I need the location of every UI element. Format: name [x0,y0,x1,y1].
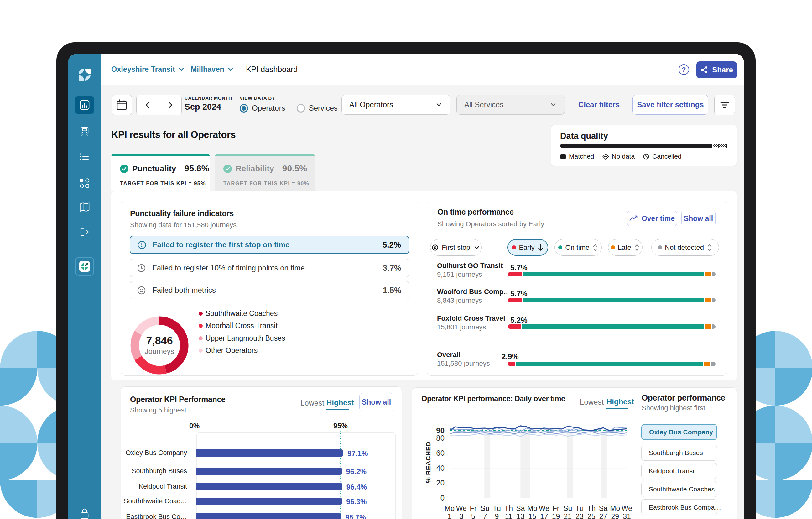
donut-legend-item: Souththwaite Coaches [199,309,278,318]
failure-row-1[interactable]: Failed to register 10% of timing points … [130,259,409,277]
pill-late[interactable]: Late [608,239,642,256]
chevron-down-icon [227,66,234,73]
y-tick-80: 80 [426,434,444,442]
sad-icon [137,286,146,295]
y-tick-0: 0 [426,494,444,502]
decoration-petal [0,331,37,368]
legend-no-data-label: No data [612,153,635,160]
data-quality-card: Data quality Matched No data C [551,125,737,166]
next-month-button[interactable] [159,95,181,115]
pill-early[interactable]: Early [508,239,548,256]
sidebar-item-companion-app[interactable] [75,257,94,276]
calendar-month-value: Sep 2024 [184,102,221,112]
legend-dot-icon [199,324,203,328]
legend-cancelled-label: Cancelled [652,153,682,160]
donut-legend-item: Other Operators [199,346,258,355]
sort-icon [634,244,640,252]
operator-name: Foxfold Cross Travel [437,315,505,323]
legend-label: Other Operators [205,346,258,355]
donut-center-value: 7,846 [128,334,191,347]
tab-active-strip [111,154,210,156]
filter-icon [719,100,730,110]
lock-icon [79,508,90,519]
sort-icon [707,244,713,252]
save-filter-settings-button[interactable]: Save filter settings [633,94,708,115]
failure-row-2[interactable]: Failed both metrics1.5% [130,281,409,299]
services-dropdown[interactable]: All Services [457,94,565,115]
data-quality-title: Data quality [560,131,608,141]
check-circle-icon [120,165,128,173]
sidebar-item-services[interactable] [68,151,101,162]
show-all-button[interactable]: Show all [682,211,716,226]
chevron-down-icon [473,244,481,251]
pill-on-time[interactable]: On time [554,239,602,256]
green-pinwheel-icon [81,263,88,270]
bar-segment-3 [713,272,716,276]
bar-segment-1 [523,298,704,302]
no-data-icon [602,153,609,160]
calendar-icon [115,99,128,112]
bar-value-label: 96.2% [346,468,367,476]
companion-app-tile [79,261,90,272]
calendar-button[interactable] [112,94,132,115]
section-title: KPI results for all Operators [111,129,236,140]
first-stop-icon [431,244,439,251]
tab-punctuality-label: Punctuality [132,164,176,174]
decoration-petal [775,331,812,368]
legend-dot-icon [199,311,203,316]
operator-journeys: 151,580 journeys [437,359,490,367]
radio-operators[interactable] [240,104,248,112]
failure-indicators-card: Punctuality failure indicators Showing d… [121,200,418,376]
stacked-bar [508,298,716,302]
metric-dot-icon [611,245,615,249]
pill-not-detected[interactable]: Not detected [651,239,719,256]
bar-segment-3 [712,362,716,366]
sidebar-item-map[interactable] [68,201,101,213]
pill-label: Not detected [665,244,704,252]
sidebar-item-lock[interactable] [68,508,101,519]
sidebar-item-categories[interactable] [68,177,101,189]
failure-row-value: 3.7% [383,263,401,273]
view-data-radios: Operators Services [240,104,338,112]
sidebar-item-vehicles[interactable] [68,126,101,137]
weekend-band [484,432,490,498]
bar-segment-2 [705,298,712,302]
pill-label: First stop [442,244,470,252]
sidebar-item-dashboard[interactable] [75,95,94,114]
tab-punctuality[interactable]: Punctuality 95.6% TARGET FOR THIS KPI = … [111,154,210,191]
failure-row-0[interactable]: Failed to register the first stop on tim… [130,236,409,254]
main-content: Oxleyshire Transit Millhaven KPI dashboa… [101,54,744,519]
bar-category-label: Keldpool Transit [118,483,187,490]
on-time-subtitle: Showing Operators sorted by Early [437,220,544,228]
help-button[interactable]: ? [678,64,689,75]
radio-operators-label[interactable]: Operators [252,104,285,112]
decoration-petal [775,443,812,480]
sort-icon [592,244,598,252]
legend-label: Moorhall Cross Transit [205,322,278,330]
bar-segment-0 [508,272,522,276]
sidebar-item-logout[interactable] [68,226,101,238]
decoration-petal [775,481,812,518]
early-value: 2.9% [501,352,519,361]
check-icon [122,167,126,171]
pill-first-stop[interactable]: First stop [430,239,482,256]
early-value: 5.2% [510,316,527,325]
bar-segment-2 [705,324,712,329]
filter-button[interactable] [714,94,735,115]
dq-segment-matched [560,144,712,148]
pill-label: On time [565,244,589,252]
breadcrumb-org[interactable]: Oxleyshire Transit [111,65,175,74]
operators-dropdown[interactable]: All Operators [342,94,451,115]
x-tick-dayname: We [617,504,636,513]
clear-filters-link[interactable]: Clear filters [578,100,620,109]
radio-services[interactable] [297,104,305,112]
tab-punctuality-target: TARGET FOR THIS KPI = 95% [120,181,206,187]
breadcrumb-area[interactable]: Millhaven [191,65,224,74]
over-time-button[interactable]: Over time [627,211,677,226]
tab-punctuality-value: 95.6% [184,164,209,174]
prev-month-button[interactable] [137,95,159,115]
radio-services-label[interactable]: Services [309,104,338,112]
legend-matched: Matched [560,153,594,160]
share-button[interactable]: Share [696,61,737,78]
tab-reliability[interactable]: Reliability 90.5% TARGET FOR THIS KPI = … [214,154,315,191]
